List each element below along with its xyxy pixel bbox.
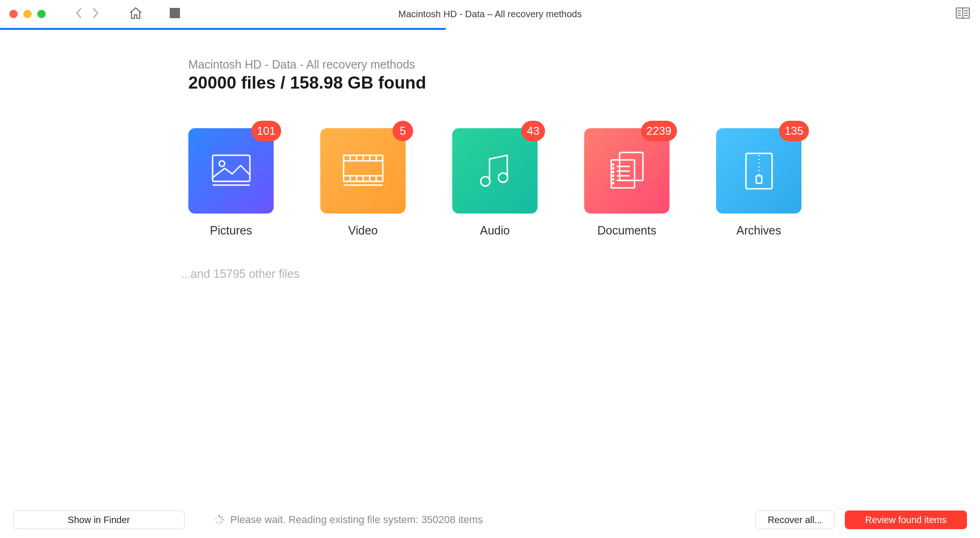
svg-rect-0 xyxy=(170,8,180,18)
category-archives[interactable]: 135 Archives xyxy=(716,128,801,237)
category-label: Pictures xyxy=(210,224,252,237)
category-tile: 5 xyxy=(320,128,406,214)
category-tile: 135 xyxy=(716,128,801,214)
scan-progress-fill xyxy=(0,28,446,30)
status-text: Please wait. Reading existing file syste… xyxy=(230,514,483,526)
review-found-items-button[interactable]: Review found items xyxy=(845,510,967,529)
chevron-left-icon xyxy=(76,7,83,19)
svg-point-26 xyxy=(481,177,490,186)
columns-icon xyxy=(956,7,970,19)
svg-point-10 xyxy=(219,161,225,166)
spinner-icon xyxy=(214,514,225,525)
category-tile: 2239 xyxy=(584,128,669,214)
category-label: Video xyxy=(348,224,378,237)
category-documents[interactable]: 2239 Documents xyxy=(584,128,669,237)
category-pictures[interactable]: 101 Pictures xyxy=(188,128,274,237)
category-tile: 43 xyxy=(452,128,538,214)
svg-rect-43 xyxy=(756,176,762,183)
window-controls xyxy=(9,10,46,18)
count-badge: 43 xyxy=(521,121,545,141)
titlebar: Macintosh HD - Data – All recovery metho… xyxy=(0,0,980,28)
category-audio[interactable]: 43 Audio xyxy=(452,128,538,237)
show-in-finder-button[interactable]: Show in Finder xyxy=(13,510,185,529)
status-message: Please wait. Reading existing file syste… xyxy=(214,514,483,526)
film-icon xyxy=(343,154,384,188)
recover-all-button[interactable]: Recover all... xyxy=(755,510,835,529)
scan-summary: 20000 files / 158.98 GB found xyxy=(188,73,980,93)
svg-point-31 xyxy=(612,164,613,165)
nav-history xyxy=(73,6,102,22)
category-label: Archives xyxy=(737,224,781,237)
category-tile: 101 xyxy=(188,128,274,214)
home-icon xyxy=(129,6,143,20)
minimize-window-button[interactable] xyxy=(23,10,32,18)
svg-line-51 xyxy=(216,517,218,518)
category-video[interactable]: 5 Video xyxy=(320,128,406,237)
category-label: Audio xyxy=(480,224,510,237)
close-window-button[interactable] xyxy=(9,10,18,18)
other-files-note: ...and 15795 other files xyxy=(181,267,980,281)
svg-point-34 xyxy=(612,175,613,176)
maximize-window-button[interactable] xyxy=(37,10,46,18)
svg-line-47 xyxy=(221,522,222,523)
main-content: Macintosh HD - Data - All recovery metho… xyxy=(0,30,980,281)
count-badge: 135 xyxy=(779,121,809,141)
footer-bar: Show in Finder Please wait. Reading exis… xyxy=(0,502,980,538)
stop-button[interactable] xyxy=(170,8,180,20)
stop-icon xyxy=(170,8,180,18)
count-badge: 101 xyxy=(251,121,281,141)
forward-button[interactable] xyxy=(89,6,102,22)
zip-icon xyxy=(744,152,774,190)
category-grid: 101 Pictures 5 xyxy=(188,128,980,237)
svg-point-27 xyxy=(498,173,508,182)
breadcrumb: Macintosh HD - Data - All recovery metho… xyxy=(188,58,980,71)
svg-rect-29 xyxy=(611,160,635,188)
window-title: Macintosh HD - Data – All recovery metho… xyxy=(398,9,582,20)
view-mode-button[interactable] xyxy=(956,7,970,21)
count-badge: 5 xyxy=(393,121,413,141)
music-icon xyxy=(478,152,512,190)
documents-icon xyxy=(608,152,646,191)
category-label: Documents xyxy=(597,224,656,237)
svg-point-35 xyxy=(612,179,613,179)
svg-line-45 xyxy=(221,517,222,518)
count-badge: 2239 xyxy=(641,121,677,141)
scan-progress-bar xyxy=(0,28,980,30)
svg-point-32 xyxy=(612,167,613,168)
home-button[interactable] xyxy=(129,6,143,22)
svg-point-33 xyxy=(612,171,613,172)
image-icon xyxy=(212,154,251,188)
svg-line-49 xyxy=(216,522,218,523)
back-button[interactable] xyxy=(73,6,85,22)
svg-point-36 xyxy=(612,182,613,183)
chevron-right-icon xyxy=(92,7,99,19)
